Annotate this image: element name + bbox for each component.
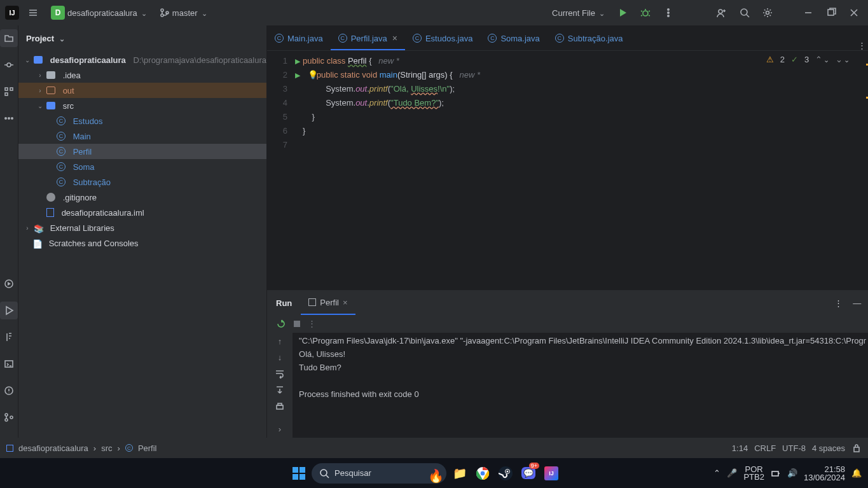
tree-root[interactable]: ⌄ desafiopraticaalura D:\programajava\de… [18, 52, 266, 67]
start-button[interactable] [290, 464, 308, 482]
tree-file-main[interactable]: C Main [18, 129, 266, 144]
encoding[interactable]: UTF-8 [782, 443, 806, 453]
titlebar: IJ D desafiopraticaalura master Current … [0, 0, 868, 25]
java-class-icon: C [275, 34, 284, 43]
tab-main[interactable]: CMain.java [267, 27, 331, 50]
tab-perfil[interactable]: CPerfil.java× [331, 27, 405, 50]
problems-tool-button[interactable] [0, 382, 18, 400]
code-text[interactable]: public class Perfil { new * public stati… [303, 51, 864, 290]
tree-label: Main [73, 132, 91, 141]
tree-folder-out[interactable]: › out [18, 83, 266, 98]
tab-subtracao[interactable]: CSubtração.java [548, 27, 631, 50]
expand-icon[interactable]: › [279, 424, 281, 438]
commit-tool-button[interactable] [0, 56, 18, 74]
notification-bell-icon[interactable]: 🔔 [851, 468, 862, 478]
steam-icon[interactable] [496, 464, 515, 483]
chevron-down-icon[interactable]: ⌄ [836, 55, 850, 64]
run-more[interactable]: ⋮ [829, 298, 848, 308]
more-actions[interactable] [659, 5, 677, 20]
project-tool-button[interactable] [0, 29, 18, 47]
run-output[interactable]: "C:\Program Files\Java\jdk-17\bin\java.e… [293, 333, 868, 438]
code-area[interactable]: 1▶ 2▶💡 34567 public class Perfil { new *… [267, 51, 868, 290]
discord-icon[interactable]: 💬9+ [519, 464, 538, 483]
close-icon[interactable]: × [343, 298, 348, 307]
tray-chevron-icon[interactable]: ⌃ [713, 468, 720, 478]
taskbar-clock[interactable]: 21:5813/06/2024 [804, 465, 845, 482]
volume-icon[interactable]: 🔊 [787, 468, 797, 478]
close-tab-icon[interactable]: × [392, 33, 397, 43]
intellij-taskbar-icon[interactable]: IJ [542, 464, 561, 483]
run-toolbar: ⋮ [267, 315, 868, 333]
search-icon[interactable] [736, 5, 754, 20]
svg-rect-19 [5, 361, 13, 367]
tree-file-perfil[interactable]: C Perfil [18, 144, 266, 159]
scroll-to-end-icon[interactable] [275, 385, 285, 395]
soft-wrap-icon[interactable] [275, 368, 285, 379]
run-gutter-icon[interactable]: ▶ [295, 54, 300, 68]
taskbar-search[interactable]: Pesquisar 🔥 [312, 463, 446, 484]
tree-file-gitignore[interactable]: .gitignore [18, 190, 266, 205]
structure-tool-button[interactable] [0, 83, 18, 101]
run-toolbar-more[interactable]: ⋮ [308, 319, 316, 328]
project-panel-header[interactable]: Project [18, 25, 266, 51]
rerun-button[interactable] [276, 319, 286, 329]
breadcrumb[interactable]: desafiopraticaalura› src› C Perfil [6, 443, 157, 453]
vcs-branch[interactable]: master [156, 5, 211, 20]
tree-external-libraries[interactable]: ›📚 External Libraries [18, 220, 266, 235]
maximize-button[interactable] [822, 5, 840, 20]
stop-button[interactable] [293, 319, 301, 328]
run-button[interactable] [614, 5, 631, 20]
line-separator[interactable]: CRLF [754, 443, 776, 453]
tab-label: Estudos.java [425, 34, 472, 43]
svg-point-8 [741, 9, 747, 15]
tree-folder-idea[interactable]: › .idea [18, 67, 266, 83]
bookmarks-tool-button[interactable] [0, 328, 18, 346]
minimize-button[interactable] [799, 5, 817, 20]
project-selector[interactable]: D desafiopraticaalura [47, 3, 151, 22]
mic-icon[interactable]: 🎤 [727, 468, 737, 478]
tree-folder-src[interactable]: ⌄ src [18, 98, 266, 113]
chrome-icon[interactable] [473, 464, 492, 483]
indent[interactable]: 4 spaces [812, 443, 845, 453]
tabs-more[interactable]: ⋮ [851, 41, 868, 50]
tree-file-soma[interactable]: C Soma [18, 159, 266, 174]
tree-scratches[interactable]: 📄 Scratches and Consoles [18, 235, 266, 251]
vcs-tool-button[interactable] [0, 408, 18, 426]
tree-label: Scratches and Consoles [49, 239, 139, 248]
services-tool-button[interactable] [0, 275, 18, 293]
svg-point-1 [161, 14, 163, 17]
tree-label: Soma [73, 162, 95, 172]
up-icon[interactable]: ↑ [278, 337, 282, 346]
run-gutter-icon[interactable]: ▶ [295, 68, 300, 82]
run-tab[interactable]: Perfil × [301, 291, 355, 315]
more-tool-button[interactable] [0, 109, 18, 127]
terminal-tool-button[interactable] [0, 355, 18, 373]
error-stripe[interactable] [864, 51, 868, 290]
svg-rect-13 [10, 88, 13, 90]
close-button[interactable] [845, 5, 863, 20]
chevron-up-icon[interactable]: ⌃ [815, 55, 829, 64]
system-tray[interactable]: ⌃ 🎤 PORPTB2 🔊 21:5813/06/2024 🔔 [713, 465, 862, 482]
inspection-widget[interactable]: ⚠2 ✓3 ⌃⌄ [766, 55, 850, 64]
network-icon[interactable] [771, 468, 781, 478]
run-hide[interactable]: — [848, 298, 866, 308]
tab-estudos[interactable]: CEstudos.java [405, 27, 480, 50]
caret-position[interactable]: 1:14 [732, 443, 748, 453]
run-tool-button[interactable] [0, 302, 18, 319]
down-icon[interactable]: ↓ [278, 352, 282, 362]
run-config-selector[interactable]: Current File [548, 6, 609, 20]
tree-file-subtracao[interactable]: C Subtração [18, 174, 266, 190]
tree-file-iml[interactable]: desafiopraticaalura.iml [18, 205, 266, 220]
tab-soma[interactable]: CSoma.java [480, 27, 547, 50]
crumb-3: Perfil [138, 443, 157, 453]
code-with-me-icon[interactable] [713, 5, 731, 20]
settings-icon[interactable] [759, 5, 776, 20]
print-icon[interactable] [275, 401, 285, 412]
debug-button[interactable] [637, 5, 654, 20]
tree-file-estudos[interactable]: C Estudos [18, 113, 266, 129]
readonly-lock-icon[interactable] [851, 443, 862, 453]
bulb-icon[interactable]: 💡 [308, 68, 318, 82]
tree-label: out [63, 86, 74, 95]
explorer-icon[interactable]: 📁 [450, 464, 469, 483]
hamburger-menu[interactable] [24, 5, 42, 20]
